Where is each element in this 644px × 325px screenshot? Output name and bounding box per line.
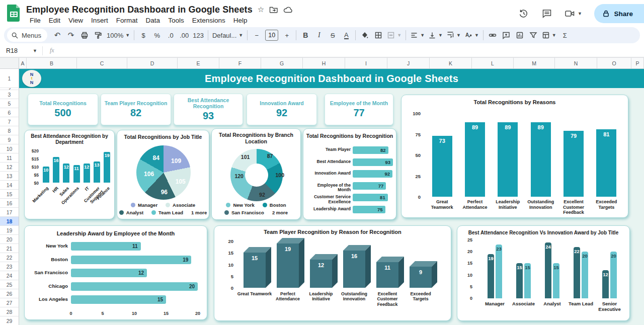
row-header-27[interactable]: 27 (0, 298, 19, 307)
toolbar-increase-decimals[interactable]: .00 (178, 29, 191, 42)
menu-tools[interactable]: Tools (165, 16, 188, 25)
chart-recognitions-by-job-title[interactable]: Total Recognitions by Job Title109105961… (117, 130, 209, 219)
row-header-10[interactable]: 10 (0, 144, 19, 153)
toolbar-zoom[interactable]: 100%▼ (105, 29, 131, 42)
toolbar-insert-link[interactable] (486, 29, 499, 42)
col-header-J[interactable]: J (387, 58, 430, 68)
row-header-26[interactable]: 26 (0, 289, 19, 298)
row-header-19[interactable]: 19 (0, 226, 19, 235)
row-header-11[interactable]: 11 (0, 153, 19, 162)
chart-attendance-by-department[interactable]: Best Attendance Recognition by Departmen… (24, 130, 115, 219)
col-header-L[interactable]: L (472, 58, 514, 68)
toolbar-insert-comment[interactable] (500, 29, 513, 42)
row-header-7[interactable]: 7 (0, 117, 19, 126)
row-header-28[interactable]: 28 (0, 307, 19, 316)
row-header-18[interactable]: 18 (0, 217, 19, 226)
col-header-I[interactable]: I (345, 58, 387, 68)
toolbar-format-currency[interactable]: $ (137, 29, 150, 42)
col-header-E[interactable]: E (178, 58, 219, 68)
col-header-N[interactable]: N (555, 58, 597, 68)
menu-extensions[interactable]: Extensions (189, 16, 229, 25)
row-header-16[interactable]: 16 (0, 199, 19, 208)
toolbar-fill-color[interactable] (358, 29, 371, 42)
sheet-canvas[interactable]: NtN Employee Recognition Dashboard in Go… (19, 69, 644, 325)
kpi-card-3[interactable]: Best Attendance Recognition93 (174, 94, 243, 125)
chart-recognitions-by-recognition[interactable]: Total Recognitions by RecognitionTeam Pl… (303, 128, 396, 220)
kpi-card-2[interactable]: Team Player Recognition82 (101, 94, 171, 125)
row-header-1[interactable]: 1 (0, 69, 19, 88)
col-header-P[interactable]: P (631, 58, 644, 68)
toolbar-more-formats[interactable]: 123 (191, 29, 205, 42)
toolbar-redo[interactable]: ↷ (64, 29, 77, 42)
text-wrap-caret-icon[interactable]: ▼ (456, 33, 461, 38)
chart-recognitions-by-branch[interactable]: Total Recognitions by Branch Location871… (211, 128, 301, 220)
zoom-caret-icon[interactable]: ▼ (125, 33, 130, 38)
toolbar-format-percent[interactable]: % (150, 29, 164, 42)
kpi-card-4[interactable]: Innovation Award92 (247, 94, 317, 125)
row-header-23[interactable]: 23 (0, 262, 19, 271)
col-header-O[interactable]: O (597, 58, 631, 68)
col-header-D[interactable]: D (127, 58, 178, 68)
table-views-caret-icon[interactable]: ▼ (552, 33, 556, 38)
menu-file[interactable]: File (26, 16, 44, 25)
row-header-20[interactable]: 20 (0, 235, 19, 244)
meet-camera-icon[interactable]: ▼ (560, 5, 586, 23)
merge-cells-caret-icon[interactable]: ▼ (397, 33, 401, 38)
col-header-H[interactable]: H (303, 58, 345, 68)
row-header-29[interactable]: 29 (0, 316, 19, 325)
font-family-caret-icon[interactable]: ▼ (238, 33, 243, 38)
toolbar-decrease-font-size[interactable]: − (250, 29, 263, 42)
row-header-15[interactable]: 15 (0, 190, 19, 199)
toolbar-menus-search[interactable]: Menus (7, 29, 47, 42)
row-header-22[interactable]: 22 (0, 253, 19, 262)
col-header-B[interactable]: B (27, 58, 77, 68)
row-header-5[interactable]: 5 (0, 99, 19, 108)
toolbar-borders[interactable] (372, 29, 385, 42)
kpi-card-1[interactable]: Total Recognitions500 (28, 94, 98, 125)
row-header-8[interactable]: 8 (0, 126, 19, 135)
col-header-C[interactable]: C (77, 58, 127, 68)
share-button[interactable]: Share (594, 4, 644, 23)
toolbar-table-views[interactable]: ▼ (540, 29, 558, 42)
toolbar-strikethrough[interactable]: S (326, 29, 339, 42)
toolbar-increase-font-size[interactable]: + (280, 29, 293, 42)
chart-team-player-by-reason[interactable]: Team Player Recognition by Reason for Re… (214, 225, 451, 321)
toolbar-decrease-decimals[interactable]: .0 (164, 29, 177, 42)
toolbar-print[interactable] (78, 29, 91, 42)
toolbar-horizontal-align[interactable]: ▼ (409, 29, 426, 42)
toolbar-functions[interactable]: Σ (558, 29, 572, 42)
toolbar-merge-cells[interactable]: ▼ (385, 29, 403, 42)
toolbar-font-family[interactable]: Defaul...▼ (211, 29, 245, 42)
menu-format[interactable]: Format (113, 16, 141, 25)
text-rotation-caret-icon[interactable]: ▼ (474, 33, 479, 38)
vertical-align-caret-icon[interactable]: ▼ (438, 33, 443, 38)
name-box-caret-icon[interactable]: ▼ (33, 48, 37, 53)
row-header-9[interactable]: 9 (0, 135, 19, 144)
col-header-F[interactable]: F (219, 58, 261, 68)
toolbar-paint-format[interactable] (92, 29, 105, 42)
toolbar-text-rotation[interactable]: A▼ (463, 29, 480, 42)
chart-leadership-award-by-city[interactable]: Leadership Award by Employee of the Mont… (24, 225, 207, 320)
sheets-logo-icon[interactable] (7, 5, 21, 22)
row-header-6[interactable]: 6 (0, 108, 19, 117)
row-header-3[interactable]: 3 (0, 90, 19, 99)
toolbar-text-wrap[interactable]: ▼ (445, 29, 462, 42)
toolbar-insert-chart[interactable] (513, 29, 526, 42)
toolbar-text-color[interactable]: A (340, 29, 353, 42)
row-header-24[interactable]: 24 (0, 271, 19, 280)
toolbar-undo[interactable]: ↶ (51, 29, 64, 42)
star-icon[interactable]: ☆ (258, 5, 264, 14)
toolbar-italic[interactable]: I (312, 29, 326, 42)
comments-icon[interactable] (537, 5, 557, 23)
move-folder-icon[interactable] (269, 6, 278, 14)
horizontal-align-caret-icon[interactable]: ▼ (420, 33, 425, 38)
dashboard-banner[interactable]: NtN Employee Recognition Dashboard in Go… (19, 69, 644, 88)
menu-insert[interactable]: Insert (88, 16, 112, 25)
row-header-25[interactable]: 25 (0, 280, 19, 289)
col-header-A[interactable]: A (19, 58, 27, 68)
row-header-13[interactable]: 13 (0, 172, 19, 181)
toolbar-vertical-align[interactable]: ▼ (427, 29, 444, 42)
name-box[interactable]: R18 ▼ (0, 47, 42, 54)
row-header-14[interactable]: 14 (0, 181, 19, 190)
menu-view[interactable]: View (65, 16, 87, 25)
